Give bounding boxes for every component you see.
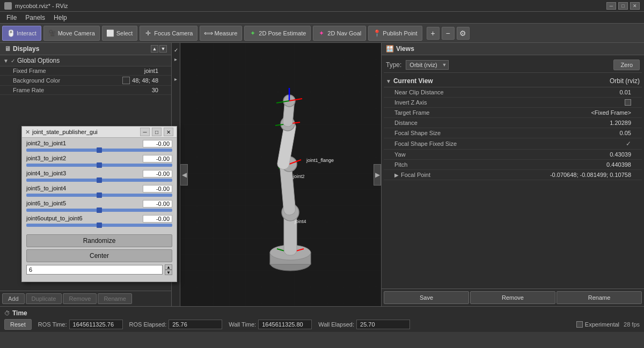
ros-elapsed-field: ROS Elapsed: 25.76: [129, 320, 223, 329]
jsp-app-icon: ✕: [25, 129, 30, 136]
distance-row: Distance 1.20289: [384, 118, 642, 128]
sidebar-arrow-2[interactable]: ▸: [174, 76, 177, 82]
frame-rate-row: Frame Rate 30: [0, 86, 171, 95]
jsp-titlebar: ✕ joint_state_publisher_gui ─ □ ✕: [22, 127, 177, 138]
invert-z-checkbox[interactable]: [625, 99, 631, 106]
time-header-row: ⏱ Time: [0, 308, 644, 318]
current-view-header[interactable]: ▼ Current View Orbit (rviz): [384, 75, 642, 87]
move-camera-icon: 🎥: [48, 29, 56, 37]
panel-scroll-down[interactable]: ▼: [159, 45, 167, 53]
maximize-button[interactable]: □: [618, 2, 628, 10]
select-icon: ⬜: [107, 29, 114, 37]
joint-row-2: joint4_to_joint3 -0.00: [26, 170, 172, 182]
publish-point-button[interactable]: 📍 Publish Point: [368, 26, 422, 41]
remove-toolbar-button[interactable]: −: [442, 27, 455, 40]
viewport-collapse-left[interactable]: ◀: [180, 164, 188, 186]
spinner-input[interactable]: [26, 265, 163, 275]
fixed-frame-row: Fixed Frame joint1: [0, 66, 171, 76]
views-header-icon: 🪟: [386, 45, 394, 53]
background-color-row: Background Color 48; 48; 48: [0, 76, 171, 86]
menu-file[interactable]: File: [2, 13, 21, 23]
joint-slider-3[interactable]: [26, 194, 172, 197]
center-button[interactable]: Center: [26, 249, 172, 262]
add-display-button[interactable]: Add: [2, 293, 25, 304]
experimental-checkbox-row: Experimental: [576, 321, 619, 328]
spinner-down[interactable]: ▼: [165, 270, 172, 275]
joint-row-4: joint6_to_joint5 -0.00: [26, 200, 172, 212]
joint-row-3: joint5_to_joint4 -0.00: [26, 185, 172, 197]
global-options-header[interactable]: ▼ ✓ Global Options: [0, 55, 171, 66]
add-toolbar-button[interactable]: +: [427, 27, 440, 40]
measure-icon: ⟺: [204, 29, 212, 37]
interact-icon: 🖱️: [7, 29, 14, 37]
pose-2d-icon: ✦: [249, 29, 257, 37]
joint-state-publisher-dialog: ✕ joint_state_publisher_gui ─ □ ✕ joint2…: [21, 126, 177, 282]
yaw-row: Yaw 0.43039: [384, 150, 642, 160]
near-clip-row: Near Clip Distance 0.01: [384, 87, 642, 98]
randomize-button[interactable]: Randomize: [26, 234, 172, 247]
jsp-maximize-button[interactable]: □: [152, 128, 162, 136]
experimental-checkbox[interactable]: [576, 321, 583, 328]
displays-panel: 🖥 Displays ▲ ▼ ▼ ✓ Global Options Fixed …: [0, 43, 172, 306]
joint-slider-2[interactable]: [26, 179, 172, 182]
panel-scroll-up[interactable]: ▲: [151, 45, 158, 53]
viewport-collapse-right[interactable]: ▶: [374, 164, 381, 186]
views-panel: 🪟 Views Type: Orbit (rviz) Zero ▼ Curren…: [381, 43, 644, 306]
sidebar-toggle-1[interactable]: ✓: [174, 47, 178, 53]
spinner-up[interactable]: ▲: [165, 264, 172, 270]
wall-time-field: Wall Time: 1645611325.80: [229, 320, 312, 329]
app-icon: [4, 2, 12, 10]
jsp-close-button[interactable]: ✕: [164, 128, 173, 136]
close-button[interactable]: ✕: [630, 2, 640, 10]
jsp-minimize-button[interactable]: ─: [140, 128, 150, 136]
focus-camera-icon: ✛: [144, 29, 152, 37]
reset-button[interactable]: Reset: [4, 319, 32, 330]
save-view-button[interactable]: Save: [384, 291, 469, 304]
robot-arm: joint1_flange joint2 joint4: [242, 73, 339, 277]
settings-toolbar-button[interactable]: ⚙: [457, 27, 470, 40]
views-type-row: Type: Orbit (rviz) Zero: [384, 57, 642, 73]
svg-text:joint4: joint4: [294, 219, 306, 224]
measure-button[interactable]: ⟺ Measure: [200, 26, 242, 41]
views-type-select[interactable]: Orbit (rviz): [406, 60, 449, 70]
joint-row-5: joint6output_to_joint6 -0.00: [26, 215, 172, 227]
focal-fixed-checkbox[interactable]: ✓: [626, 140, 631, 147]
minimize-button[interactable]: ─: [606, 2, 616, 10]
joint-slider-1[interactable]: [26, 164, 172, 167]
nav-goal-icon: ✦: [318, 29, 325, 37]
wall-elapsed-field: Wall Elapsed: 25.70: [318, 320, 410, 329]
focal-point-row: ▶ Focal Point -0.070648; -0.081499; 0.10…: [384, 170, 642, 180]
menu-panels[interactable]: Panels: [21, 13, 49, 23]
displays-header: 🖥 Displays ▲ ▼: [0, 43, 171, 55]
nav-goal-button[interactable]: ✦ 2D Nav Goal: [313, 26, 366, 41]
svg-text:joint1_flange: joint1_flange: [306, 158, 334, 163]
time-section: ⏱ Time Reset ROS Time: 1645611325.76 ROS…: [0, 306, 644, 332]
joint-slider-5[interactable]: [26, 224, 172, 227]
joint-slider-0[interactable]: [26, 149, 172, 152]
remove-view-button[interactable]: Remove: [470, 291, 555, 304]
views-buttons-row: Save Remove Rename: [382, 288, 644, 306]
ros-time-field: ROS Time: 1645611325.76: [38, 320, 123, 329]
window-title: mycobot.rviz* - RViz: [15, 3, 68, 9]
color-swatch: [122, 77, 130, 84]
rename-view-button[interactable]: Rename: [557, 291, 642, 304]
menu-help[interactable]: Help: [49, 13, 71, 23]
rename-display-button[interactable]: Rename: [98, 293, 132, 304]
display-buttons-row: Add Duplicate Remove Rename: [0, 291, 171, 306]
duplicate-display-button[interactable]: Duplicate: [26, 293, 62, 304]
sidebar-arrow-1[interactable]: ▸: [174, 56, 177, 62]
move-camera-button[interactable]: 🎥 Move Camera: [43, 26, 100, 41]
invert-z-row: Invert Z Axis: [384, 98, 642, 108]
select-button[interactable]: ⬜ Select: [102, 26, 138, 41]
remove-display-button[interactable]: Remove: [63, 293, 97, 304]
time-fields-row: Reset ROS Time: 1645611325.76 ROS Elapse…: [0, 318, 644, 331]
3d-viewport[interactable]: joint1_flange joint2 joint4 ◀ ▶: [180, 43, 381, 306]
menubar: File Panels Help: [0, 12, 644, 24]
zero-button[interactable]: Zero: [613, 60, 640, 70]
pose-2d-button[interactable]: ✦ 2D Pose Estimate: [244, 26, 311, 41]
publish-point-icon: 📍: [373, 29, 380, 37]
joint-slider-4[interactable]: [26, 209, 172, 212]
interact-button[interactable]: 🖱️ Interact: [2, 26, 41, 41]
focus-camera-button[interactable]: ✛ Focus Camera: [140, 26, 197, 41]
focal-shape-fixed-row: Focal Shape Fixed Size ✓: [384, 138, 642, 150]
